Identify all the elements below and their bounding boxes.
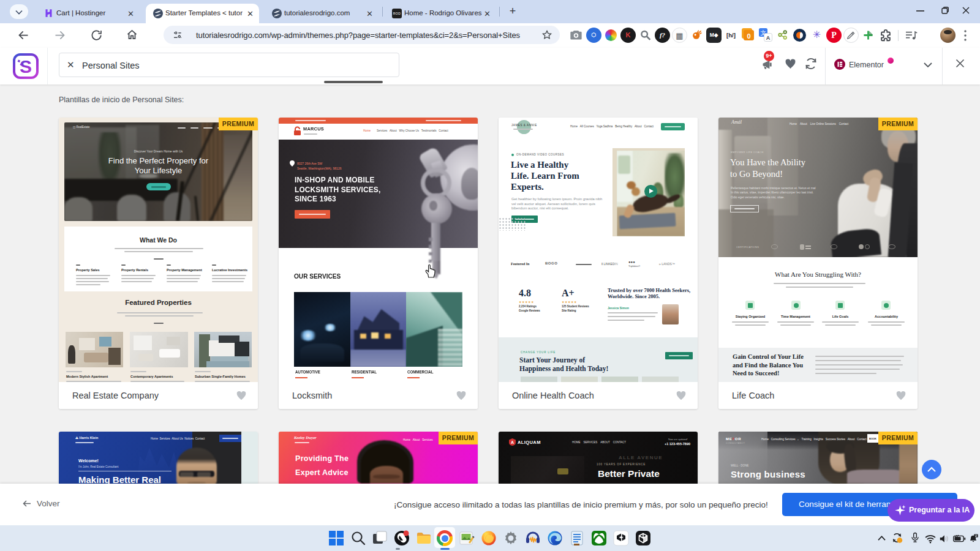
- svg-text:0: 0: [747, 32, 750, 40]
- svg-text:S: S: [20, 56, 32, 77]
- svg-text:A: A: [511, 440, 514, 444]
- svg-text:A: A: [766, 35, 770, 41]
